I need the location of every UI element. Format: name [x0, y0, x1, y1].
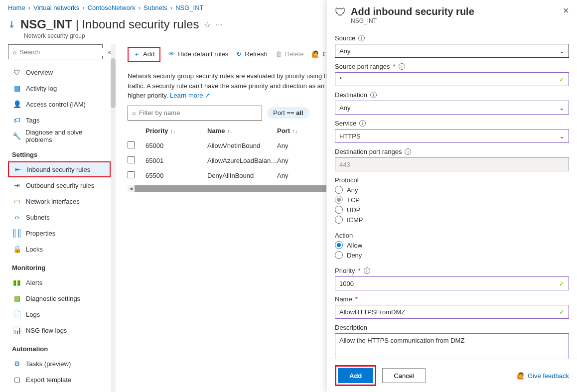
trash-icon: 🗑	[276, 50, 282, 58]
filter-input[interactable]: ⌕	[128, 106, 262, 121]
scroll-left-icon[interactable]: ◄	[128, 185, 135, 192]
tasks-icon: ⚙	[12, 360, 22, 368]
label-service: Service	[335, 120, 356, 127]
sidebar-item-diag[interactable]: ▤Diagnostic settings	[8, 290, 111, 306]
panel-subtitle: NSG_INT	[351, 17, 474, 24]
download-icon[interactable]: ⤓	[8, 19, 15, 30]
info-icon[interactable]: i	[364, 267, 370, 274]
tags-icon: 🏷	[12, 116, 22, 124]
sidebar-item-overview[interactable]: 🛡Overview	[8, 64, 111, 80]
sidebar-search[interactable]: ⌕	[8, 44, 103, 59]
inbound-icon: ⇤	[13, 165, 23, 173]
row-checkbox[interactable]	[128, 171, 135, 178]
sidebar-item-tasks[interactable]: ⚙Tasks (preview)	[8, 356, 111, 372]
diagnose-icon: 🔧	[12, 132, 21, 140]
breadcrumb-nsg[interactable]: NSG_INT	[175, 4, 203, 11]
panel-cancel-button[interactable]: Cancel	[382, 368, 425, 383]
sidebar-item-tags[interactable]: 🏷Tags	[8, 112, 111, 128]
sidebar-item-properties[interactable]: ║║Properties	[8, 225, 111, 241]
sidebar-item-inbound[interactable]: ⇤Inbound security rules	[8, 161, 111, 177]
label-protocol: Protocol	[335, 176, 359, 184]
info-icon[interactable]: i	[399, 63, 405, 70]
radio-icon	[335, 196, 343, 204]
sidebar-header-monitoring: Monitoring	[8, 257, 116, 274]
dest-select[interactable]: Any⌄	[335, 101, 569, 115]
col-port[interactable]: Port↑↓	[277, 127, 317, 134]
sidebar-item-logs[interactable]: 📄Logs	[8, 306, 111, 322]
person-icon: 🙋	[311, 50, 319, 58]
breadcrumb-home[interactable]: Home	[8, 4, 25, 11]
flow-icon: 📊	[12, 326, 22, 334]
sidebar: ⌕ « 🛡Overview ▤Activity log 👤Access cont…	[0, 44, 116, 392]
filter-name-input[interactable]	[139, 109, 258, 117]
label-dest-port: Destination port ranges	[335, 148, 402, 155]
info-icon[interactable]: i	[359, 120, 366, 127]
logs-icon: 📄	[12, 310, 22, 318]
hide-default-button[interactable]: 👁Hide default rules	[168, 50, 228, 58]
subnets-icon: ‹›	[12, 213, 22, 221]
give-feedback-link[interactable]: 🙋Give feedback	[517, 372, 569, 380]
col-priority[interactable]: Priority↑↓	[143, 127, 207, 134]
sidebar-header-help: Help	[8, 388, 116, 392]
info-icon[interactable]: i	[370, 92, 377, 98]
radio-icon	[335, 216, 343, 224]
filter-pill-port[interactable]: Port == all	[267, 107, 309, 119]
check-icon: ✓	[559, 280, 565, 287]
name-input[interactable]: AllowHTTPSFromDMZ✓	[335, 305, 569, 319]
properties-icon: ║║	[12, 229, 22, 237]
source-select[interactable]: Any⌄	[335, 44, 569, 58]
sidebar-header-automation: Automation	[8, 338, 116, 356]
description-input[interactable]: Allow the HTTPS communication from DMZ	[335, 333, 569, 359]
action-deny[interactable]: Deny	[335, 251, 569, 259]
nic-icon: ▭	[12, 197, 22, 205]
favorite-icon[interactable]: ☆	[204, 20, 211, 29]
outbound-icon: ⇥	[12, 181, 22, 189]
delete-button: 🗑Delete	[276, 50, 304, 58]
priority-input[interactable]: 1000✓	[335, 276, 569, 290]
sidebar-item-activity[interactable]: ▤Activity log	[8, 80, 111, 96]
sidebar-item-alerts[interactable]: ▮▮Alerts	[8, 274, 111, 290]
refresh-button[interactable]: ↻Refresh	[236, 50, 268, 58]
sidebar-scrollbar[interactable]	[111, 44, 116, 392]
breadcrumb-subnets[interactable]: Subnets	[144, 4, 167, 11]
row-checkbox[interactable]	[128, 141, 135, 148]
protocol-tcp: TCP	[335, 196, 569, 204]
chevron-down-icon: ⌄	[559, 132, 565, 140]
sidebar-header-settings: Settings	[8, 144, 116, 161]
sidebar-item-iam[interactable]: 👤Access control (IAM)	[8, 96, 111, 112]
close-icon[interactable]: ✕	[563, 6, 569, 15]
label-description: Description	[335, 324, 367, 331]
sidebar-item-diagnose[interactable]: 🔧Diagnose and solve problems	[8, 128, 111, 144]
row-checkbox[interactable]	[128, 156, 135, 163]
search-icon: ⌕	[132, 109, 136, 117]
label-name: Name	[335, 295, 352, 303]
sidebar-item-locks[interactable]: 🔒Locks	[8, 241, 111, 257]
info-icon[interactable]: i	[405, 148, 411, 155]
more-icon[interactable]: ⋯	[216, 21, 222, 28]
info-icon[interactable]: i	[358, 35, 365, 41]
label-action: Action	[335, 232, 353, 239]
sidebar-item-subnets[interactable]: ‹›Subnets	[8, 209, 111, 225]
col-name[interactable]: Name↑↓	[207, 127, 277, 134]
service-select[interactable]: HTTPS⌄	[335, 129, 569, 143]
panel-add-button[interactable]: Add	[338, 368, 373, 383]
alerts-icon: ▮▮	[12, 278, 22, 286]
label-source-port: Source port ranges	[335, 63, 390, 70]
add-button[interactable]: ＋Add	[128, 47, 160, 62]
diag-icon: ▤	[12, 294, 22, 302]
sidebar-item-nsgflow[interactable]: 📊NSG flow logs	[8, 322, 111, 338]
iam-icon: 👤	[12, 100, 22, 108]
sidebar-item-outbound[interactable]: ⇥Outbound security rules	[8, 177, 111, 193]
breadcrumb-contoso[interactable]: ContosoNetwork	[88, 4, 136, 11]
panel-title: Add inbound security rule	[351, 6, 474, 17]
breadcrumb-vnets[interactable]: Virtual networks	[33, 4, 79, 11]
log-icon: ▤	[12, 84, 22, 92]
sidebar-item-export[interactable]: ▢Export template	[8, 372, 111, 388]
sidebar-item-nic[interactable]: ▭Network interfaces	[8, 193, 111, 209]
add-rule-panel: 🛡 Add inbound security rule NSG_INT ✕ So…	[326, 0, 577, 392]
action-allow[interactable]: Allow	[335, 241, 569, 249]
learn-more-link[interactable]: Learn more ↗	[170, 92, 210, 99]
source-port-input[interactable]: *✓	[335, 72, 569, 86]
sidebar-search-input[interactable]	[19, 48, 103, 56]
export-icon: ▢	[12, 376, 22, 384]
